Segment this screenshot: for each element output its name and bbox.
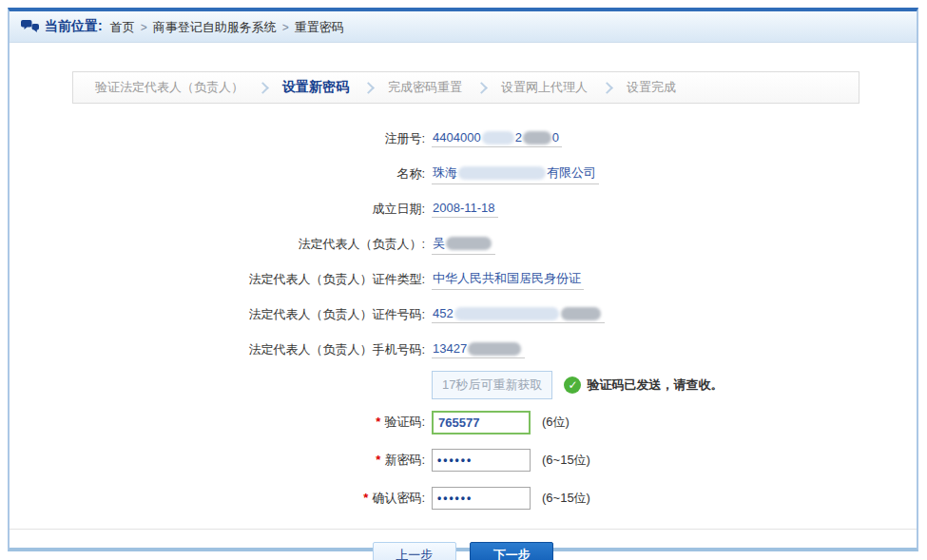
legal-representative-value: 吴 (432, 234, 495, 255)
sms-verification-row: 17秒后可重新获取 ✓ 验证码已发送，请查收。 (10, 369, 917, 401)
mobile-number-value-area: 13427 (432, 340, 525, 358)
company-name-value-text: 珠海 (433, 164, 457, 182)
id-type-value: 中华人民共和国居民身份证 (432, 269, 584, 290)
required-asterisk: * (363, 491, 368, 505)
sms-status-message: 验证码已发送，请查收。 (587, 377, 723, 394)
redacted-blur-patch (468, 342, 521, 356)
form-row-registration-number: 注册号:440400020 (10, 121, 917, 156)
footer-actions: 上一步 下一步 (10, 529, 917, 560)
wizard-step: 设置完成 (627, 79, 676, 96)
company-info-rows: 注册号:440400020名称:珠海有限公司成立日期:2008-11-18法定代… (10, 121, 917, 367)
confirm-password-label: *确认密码: (10, 490, 425, 507)
company-name-label: 名称: (10, 165, 425, 183)
resend-code-button[interactable]: 17秒后可重新获取 (432, 371, 552, 399)
new-password-label-text: 新密码: (384, 453, 425, 467)
captcha-value-area: (6位) (432, 411, 570, 434)
step-wizard: 验证法定代表人（负责人）设置新密码完成密码重置设置网上代理人设置完成 (72, 71, 859, 104)
captcha-input[interactable] (432, 411, 531, 434)
form-row-id-number: 法定代表人（负责人）证件号码:452 (10, 297, 917, 332)
redacted-blur-patch (523, 131, 551, 145)
confirm-password-input[interactable] (432, 487, 531, 510)
new-password-label: *新密码: (10, 452, 425, 469)
registration-number-value-text: 0 (552, 130, 559, 145)
id-type-value-text: 中华人民共和国居民身份证 (433, 270, 581, 287)
captcha-label: *验证码: (10, 414, 425, 431)
required-asterisk: * (376, 415, 380, 429)
establish-date-value-text: 2008-11-18 (433, 201, 495, 215)
breadcrumb-separator: > (141, 21, 147, 34)
next-step-button[interactable]: 下一步 (470, 542, 553, 560)
id-number-value-text: 452 (433, 306, 454, 320)
chevron-right-icon (475, 82, 488, 94)
reset-password-form: 注册号:440400020名称:珠海有限公司成立日期:2008-11-18法定代… (10, 121, 917, 517)
check-circle-icon: ✓ (564, 377, 581, 394)
confirm-password-label-text: 确认密码: (372, 491, 425, 505)
new-password-input[interactable] (432, 449, 531, 472)
registration-number-value-text: 4404000 (433, 130, 481, 145)
registration-number-value: 440400020 (432, 129, 562, 147)
registration-number-value-area: 440400020 (432, 129, 562, 147)
wizard-step: 完成密码重置 (388, 79, 462, 96)
company-name-value-text: 有限公司 (547, 164, 596, 182)
breadcrumb-item[interactable]: 首页 (110, 20, 135, 34)
chevron-right-icon (601, 82, 613, 94)
breadcrumb-item[interactable]: 商事登记自助服务系统 (153, 20, 277, 34)
registration-number-value-text: 2 (515, 130, 522, 145)
form-row-new-password: *新密码:(6~15位) (10, 441, 917, 479)
legal-representative-value-text: 吴 (433, 235, 445, 252)
company-name-value: 珠海有限公司 (432, 164, 599, 184)
reset-password-page: 当前位置: 首页>商事登记自助服务系统>重置密码 验证法定代表人（负责人）设置新… (8, 8, 918, 551)
legal-representative-label: 法定代表人（负责人）: (10, 236, 425, 253)
id-type-value-area: 中华人民共和国居民身份证 (432, 269, 584, 290)
chevron-right-icon (362, 82, 375, 94)
captcha-label-text: 验证码: (384, 415, 425, 429)
id-number-value-area: 452 (432, 305, 605, 323)
new-password-length-hint: (6~15位) (542, 452, 590, 469)
registration-number-label: 注册号: (10, 130, 425, 147)
wizard-step: 验证法定代表人（负责人） (95, 79, 243, 96)
company-name-value-area: 珠海有限公司 (432, 164, 599, 184)
legal-representative-value-area: 吴 (432, 234, 495, 255)
establish-date-value: 2008-11-18 (432, 200, 498, 218)
redacted-blur-patch (446, 237, 492, 250)
captcha-length-hint: (6位) (542, 414, 570, 431)
mobile-number-value: 13427 (432, 340, 525, 358)
redacted-blur-patch (482, 131, 514, 145)
mobile-number-label: 法定代表人（负责人）手机号码: (10, 341, 425, 358)
redacted-blur-patch (561, 307, 601, 320)
breadcrumb-label: 当前位置: (45, 18, 103, 35)
id-type-label: 法定代表人（负责人）证件类型: (10, 271, 425, 288)
breadcrumb-item: 重置密码 (295, 20, 344, 34)
speech-bubbles-icon (21, 20, 39, 34)
breadcrumb: 当前位置: 首页>商事登记自助服务系统>重置密码 (10, 11, 917, 43)
id-number-label: 法定代表人（负责人）证件号码: (10, 306, 425, 323)
form-row-establish-date: 成立日期:2008-11-18 (10, 191, 917, 226)
confirm-password-length-hint: (6~15位) (542, 490, 590, 507)
password-input-rows: *验证码:(6位)*新密码:(6~15位)*确认密码:(6~15位) (10, 403, 917, 517)
new-password-value-area: (6~15位) (432, 449, 590, 472)
chevron-right-icon (257, 82, 269, 94)
form-row-captcha: *验证码:(6位) (10, 403, 917, 441)
form-row-mobile-number: 法定代表人（负责人）手机号码:13427 (10, 332, 917, 367)
form-row-confirm-password: *确认密码:(6~15位) (10, 479, 917, 517)
form-row-company-name: 名称:珠海有限公司 (10, 156, 917, 191)
confirm-password-value-area: (6~15位) (432, 487, 590, 510)
required-asterisk: * (376, 453, 380, 467)
id-number-value: 452 (432, 305, 605, 323)
form-row-id-type: 法定代表人（负责人）证件类型:中华人民共和国居民身份证 (10, 261, 917, 297)
wizard-step-active: 设置新密码 (282, 79, 349, 96)
mobile-number-value-text: 13427 (433, 341, 467, 356)
establish-date-value-area: 2008-11-18 (432, 200, 498, 218)
redacted-blur-patch (454, 307, 559, 320)
prev-step-button[interactable]: 上一步 (373, 542, 456, 560)
breadcrumb-items: 首页>商事登记自助服务系统>重置密码 (110, 18, 344, 36)
breadcrumb-separator: > (282, 21, 289, 34)
wizard-step: 设置网上代理人 (501, 79, 588, 96)
redacted-blur-patch (458, 166, 546, 180)
establish-date-label: 成立日期: (10, 201, 425, 218)
form-row-legal-representative: 法定代表人（负责人）:吴 (10, 226, 917, 261)
